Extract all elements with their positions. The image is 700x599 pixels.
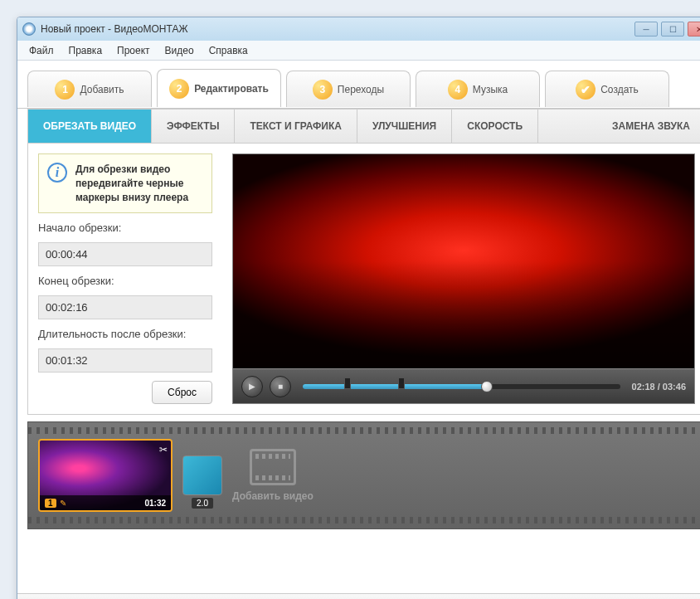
seek-thumb[interactable] — [481, 381, 493, 392]
subtab-text[interactable]: ТЕКСТ И ГРАФИКА — [235, 110, 357, 143]
app-window: Новый проект - ВидеоМОНТАЖ ─ ☐ ✕ Файл Пр… — [17, 17, 700, 599]
add-video-label: Добавить видео — [232, 490, 314, 502]
step-tab-transitions[interactable]: 3 Переходы — [286, 71, 411, 107]
trim-marker-start[interactable] — [344, 377, 351, 389]
subtab-audio[interactable]: ЗАМЕНА ЗВУКА — [597, 110, 700, 143]
menubar: Файл Правка Проект Видео Справка — [17, 41, 700, 61]
menu-video[interactable]: Видео — [158, 43, 201, 58]
video-preview[interactable] — [232, 153, 695, 369]
trim-end-input[interactable]: 00:02:16 — [38, 295, 212, 319]
maximize-button[interactable]: ☐ — [661, 22, 684, 37]
menu-edit[interactable]: Правка — [62, 43, 109, 58]
hint-box: i Для обрезки видео передвигайте черные … — [38, 153, 212, 213]
close-button[interactable]: ✕ — [688, 22, 700, 37]
menu-project[interactable]: Проект — [110, 43, 157, 58]
step-number-icon: 2 — [169, 79, 189, 99]
step-label: Редактировать — [194, 83, 269, 95]
step-tab-add[interactable]: 1 Добавить — [27, 71, 152, 107]
menu-help[interactable]: Справка — [202, 43, 255, 58]
trim-duration-value: 00:01:32 — [38, 348, 212, 373]
subtab-speed[interactable]: СКОРОСТЬ — [452, 110, 538, 143]
transition-duration: 2.0 — [192, 498, 213, 509]
step-number-icon: 1 — [55, 80, 75, 100]
timeline[interactable]: ✂ 1 ✎ 01:32 2.0 Добавить видео — [27, 421, 700, 529]
step-label: Добавить — [80, 84, 124, 95]
video-frame — [233, 154, 694, 368]
window-title: Новый проект - ВидеоМОНТАЖ — [41, 23, 634, 35]
minimize-button[interactable]: ─ — [634, 22, 658, 37]
step-label: Переходы — [338, 84, 384, 95]
clip-info-bar: 1 ✎ 01:32 — [40, 495, 171, 510]
trim-end-label: Конец обрезки: — [38, 275, 212, 287]
trim-start-label: Начало обрезки: — [38, 222, 212, 234]
transition-slot[interactable]: 2.0 — [182, 455, 222, 495]
seek-bar[interactable] — [303, 384, 620, 389]
add-video-button[interactable]: Добавить видео — [232, 449, 314, 502]
clip-thumbnail[interactable]: ✂ 1 ✎ 01:32 — [38, 439, 173, 512]
menu-file[interactable]: Файл — [22, 43, 61, 58]
statusbar: Количество добавленных файлов: 1 Длитель… — [17, 593, 700, 599]
clip-duration: 01:32 — [144, 499, 166, 508]
time-display: 02:18 / 03:46 — [632, 382, 686, 392]
content-area: i Для обрезки видео передвигайте черные … — [27, 144, 700, 415]
step-number-icon: 4 — [448, 80, 468, 100]
step-tab-edit[interactable]: 2 Редактировать — [157, 69, 281, 107]
subtab-enhance[interactable]: УЛУЧШЕНИЯ — [357, 110, 452, 143]
step-label: Создать — [600, 84, 639, 95]
trim-marker-end[interactable] — [398, 377, 405, 389]
film-icon — [250, 449, 296, 485]
stop-button[interactable]: ■ — [270, 376, 291, 397]
pencil-icon[interactable]: ✎ — [60, 499, 66, 508]
seek-progress — [303, 384, 487, 389]
edit-subtabs: ОБРЕЗАТЬ ВИДЕО ЭФФЕКТЫ ТЕКСТ И ГРАФИКА У… — [27, 109, 700, 144]
clip-index: 1 — [45, 499, 56, 508]
trim-start-input[interactable]: 00:00:44 — [38, 242, 212, 266]
step-label: Музыка — [473, 84, 508, 95]
step-number-icon: 3 — [313, 80, 333, 100]
step-tabs: 1 Добавить 2 Редактировать 3 Переходы 4 … — [17, 61, 700, 109]
window-controls: ─ ☐ ✕ — [634, 22, 700, 37]
step-tab-create[interactable]: ✔ Создать — [545, 71, 669, 107]
hint-text: Для обрезки видео передвигайте черные ма… — [75, 163, 203, 204]
subtab-effects[interactable]: ЭФФЕКТЫ — [152, 110, 235, 143]
trim-duration-label: Длительность после обрезки: — [38, 328, 212, 340]
player-controls: ▶ ■ 02:18 / 03:46 — [232, 369, 695, 404]
check-icon: ✔ — [576, 80, 595, 100]
titlebar[interactable]: Новый проект - ВидеоМОНТАЖ ─ ☐ ✕ — [17, 17, 700, 41]
preview-panel: ▶ ■ 02:18 / 03:46 — [222, 144, 700, 414]
reset-button[interactable]: Сброс — [152, 381, 212, 404]
transition-thumbnail[interactable] — [182, 455, 222, 495]
info-icon: i — [47, 163, 67, 183]
app-icon — [22, 22, 36, 36]
play-button[interactable]: ▶ — [241, 376, 263, 397]
step-tab-music[interactable]: 4 Музыка — [416, 71, 540, 107]
subtab-trim[interactable]: ОБРЕЗАТЬ ВИДЕО — [28, 110, 152, 143]
scissors-icon: ✂ — [159, 444, 168, 455]
trim-panel: i Для обрезки видео передвигайте черные … — [28, 144, 222, 414]
